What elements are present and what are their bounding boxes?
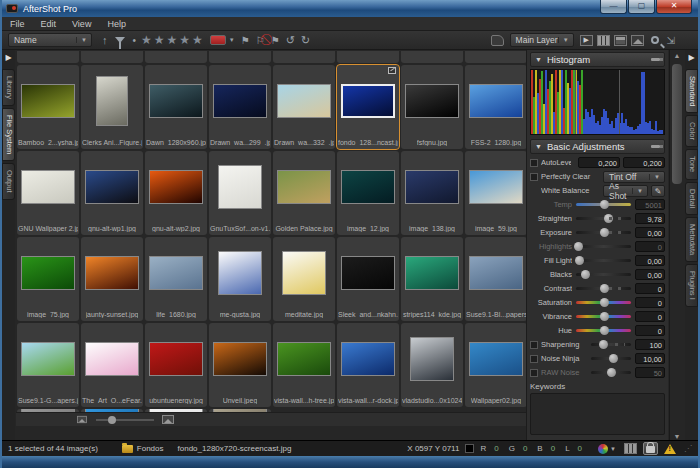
thumbnail-cell[interactable]: vista-wall...r-dock.jpg xyxy=(337,323,399,407)
maximize-button[interactable]: ▢ xyxy=(628,0,655,14)
thumbnail-cell[interactable] xyxy=(273,51,335,63)
thumbnail-image[interactable] xyxy=(277,170,331,204)
thumbnail-cell[interactable]: gnu-alt-wp1.jpg xyxy=(81,151,143,235)
exposure-handle[interactable] xyxy=(600,228,609,237)
sharpening-value[interactable]: 100 xyxy=(635,339,665,350)
menu-view[interactable]: View xyxy=(64,19,99,29)
star-5-icon[interactable]: ★ xyxy=(192,33,203,47)
raw-noise-handle[interactable] xyxy=(607,368,616,377)
layer-page-icon[interactable] xyxy=(491,35,504,46)
filter-icon[interactable] xyxy=(115,37,125,43)
temp-value[interactable]: 5001 xyxy=(635,199,665,210)
thumbnail-cell[interactable]: image_59.jpg xyxy=(465,151,527,235)
thumbnail-image[interactable] xyxy=(469,342,523,376)
thumb-size-handle[interactable] xyxy=(108,416,116,424)
thumbnail-image[interactable] xyxy=(469,170,523,204)
sort-dropdown[interactable]: Name ▼ xyxy=(8,33,92,47)
image-view-icon[interactable] xyxy=(631,35,644,46)
scroll-up-icon[interactable]: ▲ xyxy=(670,50,684,62)
thumbnail-image[interactable] xyxy=(405,84,459,118)
browse-view-icon[interactable] xyxy=(614,35,627,46)
vibrance-slider[interactable] xyxy=(576,315,631,318)
thumbnail-image[interactable] xyxy=(85,170,139,204)
thumbnail-cell[interactable]: image_12.jpg xyxy=(337,151,399,235)
menu-file[interactable]: File xyxy=(2,19,33,29)
saturation-slider[interactable] xyxy=(576,301,631,304)
color-label-swatch[interactable] xyxy=(210,35,226,45)
straighten-handle[interactable] xyxy=(604,214,613,223)
thumbnail-cell[interactable]: gnu-alt-wp2.jpg xyxy=(145,151,207,235)
large-thumb-icon[interactable] xyxy=(162,415,174,424)
thumbnail-cell[interactable] xyxy=(337,51,399,63)
panel-tab-color[interactable]: Color xyxy=(685,115,698,147)
flag-pick-icon[interactable]: ⚑ xyxy=(241,35,250,46)
thumbnail-cell[interactable]: GNU Wallpaper 2.jpg xyxy=(17,151,79,235)
thumbnail-cell[interactable]: Dawn_1280x960.jpg xyxy=(145,65,207,149)
thumbnail-image[interactable] xyxy=(213,342,267,376)
thumbnail-cell[interactable]: Suse9.1-Bl...papers.jpg xyxy=(465,237,527,321)
scroll-thumb[interactable] xyxy=(672,64,682,184)
thumbnail-cell[interactable]: image_138.jpg xyxy=(401,151,463,235)
panel-tab-plugins-i[interactable]: Plugins I xyxy=(685,264,698,307)
color-profile-icon[interactable] xyxy=(598,444,608,454)
thumbnail-cell[interactable] xyxy=(209,51,271,63)
thumbnail-cell[interactable] xyxy=(145,51,207,63)
noise-ninja-checkbox[interactable] xyxy=(530,355,538,363)
thumbnail-cell[interactable]: fsfgnu.jpg xyxy=(401,65,463,149)
layer-dropdown[interactable]: Main Layer ▼ xyxy=(510,33,574,47)
thumbnail-cell[interactable]: vista-wall...h-tree.jpg xyxy=(273,323,335,407)
color-label-chevron-icon[interactable]: ▼ xyxy=(229,33,235,47)
no-rating-icon[interactable]: • xyxy=(133,35,137,46)
thumbnail-image[interactable] xyxy=(149,170,203,204)
warning-icon[interactable] xyxy=(664,444,676,454)
sidebar-tab-library[interactable]: Library xyxy=(2,69,15,106)
thumbnail-cell[interactable]: image_75.jpg xyxy=(17,237,79,321)
blacks-handle[interactable] xyxy=(581,270,590,279)
lock-toggle[interactable] xyxy=(643,442,658,455)
contrast-value[interactable]: 0 xyxy=(635,283,665,294)
thumbnail-cell[interactable]: Suse9.1-G...apers.jpg xyxy=(17,323,79,407)
contrast-handle[interactable] xyxy=(600,284,609,293)
sharpening-checkbox[interactable] xyxy=(530,341,538,349)
thumbnail-image[interactable] xyxy=(85,342,139,376)
sharpening-handle[interactable] xyxy=(599,340,608,349)
thumbnail-cell[interactable]: Golden Palace.jpg xyxy=(273,151,335,235)
star-4-icon[interactable]: ★ xyxy=(179,33,190,47)
rotate-right-icon[interactable]: ↻ xyxy=(301,33,310,47)
flag-clear-icon[interactable]: ⚑⃠ xyxy=(271,35,280,46)
saturation-value[interactable]: 0 xyxy=(635,297,665,308)
fill-light-slider[interactable] xyxy=(576,259,631,262)
fill-light-handle[interactable] xyxy=(575,256,584,265)
thumbnail-cell[interactable]: ubuntuenergy.jpg xyxy=(145,323,207,407)
highlights-value[interactable]: 0 xyxy=(635,241,665,252)
perfectly-clear-checkbox[interactable] xyxy=(530,173,538,181)
thumbnail-image[interactable] xyxy=(341,256,395,290)
thumbnail-image[interactable] xyxy=(341,170,395,204)
thumbnail-cell[interactable]: meditate.jpg xyxy=(273,237,335,321)
thumbnail-image[interactable] xyxy=(277,84,331,118)
panel-tab-standard[interactable]: Standard xyxy=(685,69,698,113)
hue-handle[interactable] xyxy=(600,326,609,335)
thumb-size-slider[interactable] xyxy=(96,419,154,421)
thumbnail-cell[interactable]: fondo_128...ncast.jpg xyxy=(337,65,399,149)
vibrance-handle[interactable] xyxy=(600,312,609,321)
sharpening-slider[interactable] xyxy=(591,343,631,346)
thumbnail-image[interactable] xyxy=(149,84,203,118)
white-balance-dropdown[interactable]: As Shot ▼ xyxy=(603,185,648,197)
thumbnail-cell[interactable]: me-gusta.jpg xyxy=(209,237,271,321)
basic-adjustments-header[interactable]: ▼ Basic Adjustments xyxy=(530,139,665,154)
sidebar-tab-output[interactable]: Output xyxy=(2,163,15,200)
noise-ninja-handle[interactable] xyxy=(609,354,618,363)
panel-tab-tone[interactable]: Tone xyxy=(685,149,698,179)
thumbnail-image[interactable] xyxy=(96,76,128,126)
pin-icon[interactable] xyxy=(651,145,660,148)
flag-reject-icon[interactable]: ⚐ xyxy=(256,35,265,46)
thumbnail-image[interactable] xyxy=(213,84,267,118)
thumbnail-cell[interactable]: life_1680.jpg xyxy=(145,237,207,321)
thumbnail-cell[interactable]: jaunty-sunset.jpg xyxy=(81,237,143,321)
thumbnail-cell[interactable] xyxy=(401,51,463,63)
thumbnail-image[interactable] xyxy=(149,342,203,376)
noise-ninja-slider[interactable] xyxy=(591,357,631,360)
thumbnail-cell[interactable]: The_Art_O...eFear.jpg xyxy=(81,323,143,407)
thumbnail-cell[interactable]: FSS-2_1280.jpg xyxy=(465,65,527,149)
